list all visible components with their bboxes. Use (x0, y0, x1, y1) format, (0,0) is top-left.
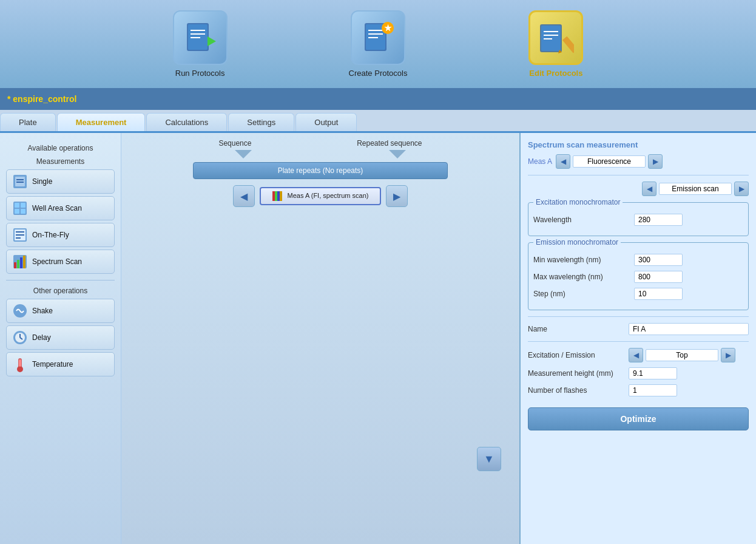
measurement-type-row: Meas A ◀ Fluorescence ▶ (528, 154, 749, 169)
meas-item-label: Meas A (FI, spectrum scan) (288, 192, 369, 199)
excitation-group: Excitation monochromator Wavelength (528, 202, 749, 236)
sidebar: Available operations Measurements Single (0, 133, 121, 544)
on-the-fly-button[interactable]: On-The-Fly (6, 223, 115, 247)
min-wavelength-label: Min wavelength (nm) (533, 256, 630, 264)
spectrum-scan-button[interactable]: Spectrum Scan (6, 250, 115, 274)
edit-protocols-label: Edit Protocols (529, 69, 582, 78)
max-wavelength-row: Max wavelength (nm) (533, 271, 743, 283)
wavelength-row: Wavelength (533, 214, 743, 226)
single-button[interactable]: Single (6, 169, 115, 194)
scan-type-row: ◀ Emission scan ▶ (528, 182, 749, 196)
main-content: Available operations Measurements Single (0, 133, 756, 544)
tab-calculations[interactable]: Calculations (146, 113, 227, 131)
sidebar-divider (6, 280, 115, 280)
delay-icon (12, 329, 29, 346)
scan-type-prev-button[interactable]: ◀ (642, 182, 656, 196)
excitation-emission-selector: ◀ Top ▶ (629, 348, 735, 362)
emission-group: Emission monochromator Min wavelength (n… (528, 242, 749, 310)
svg-rect-27 (15, 209, 19, 214)
delay-button[interactable]: Delay (6, 325, 115, 350)
spectrum-scan-label: Spectrum Scan (32, 257, 82, 266)
optimize-label: Optimize (620, 414, 656, 424)
svg-rect-36 (17, 260, 19, 268)
down-nav-button[interactable]: ▼ (477, 447, 501, 471)
name-input[interactable] (629, 323, 749, 335)
svg-rect-49 (277, 191, 280, 201)
svg-rect-26 (21, 203, 25, 208)
tab-measurement[interactable]: Measurement (57, 113, 146, 131)
other-operations-title: Other operations (6, 287, 115, 295)
wavelength-input[interactable] (634, 214, 683, 226)
meas-height-row: Measurement height (mm) (528, 367, 749, 379)
optimize-button[interactable]: Optimize (528, 407, 749, 430)
well-area-scan-label: Well Area Scan (32, 204, 82, 212)
temperature-label: Temperature (32, 360, 73, 369)
tab-bar: Plate Measurement Calculations Settings … (0, 110, 756, 133)
right-panel: Spectrum scan measurement Meas A ◀ Fluor… (519, 133, 756, 544)
name-row: Name (528, 323, 749, 335)
svg-rect-25 (15, 203, 19, 208)
num-flashes-label: Number of flashes (528, 386, 625, 395)
run-protocols-button[interactable]: Run Protocols (173, 10, 228, 78)
meas-type-prev-button[interactable]: ◀ (556, 154, 570, 169)
step-input[interactable] (634, 288, 683, 300)
excitation-emission-value: Top (646, 349, 718, 361)
shake-button[interactable]: Shake (6, 299, 115, 323)
wavelength-label: Wavelength (533, 216, 630, 224)
tab-plate[interactable]: Plate (0, 113, 56, 131)
app-title: * enspire_control (7, 94, 76, 104)
scan-type-value: Emission scan (659, 183, 732, 195)
name-label: Name (528, 325, 625, 333)
run-protocols-icon (173, 10, 228, 65)
shake-icon (12, 302, 29, 319)
temperature-icon (12, 356, 29, 373)
num-flashes-row: Number of flashes (528, 384, 749, 396)
top-toolbar: Run Protocols ★ Create Protocols (0, 0, 756, 88)
min-wavelength-input[interactable] (634, 254, 683, 266)
emission-group-title: Emission monochromator (533, 238, 621, 246)
seq-prev-button[interactable]: ◀ (233, 185, 255, 207)
well-area-scan-icon (12, 200, 29, 217)
svg-text:★: ★ (384, 23, 392, 33)
on-the-fly-label: On-The-Fly (32, 231, 69, 239)
repeated-sequence-label: Repeated sequence (357, 139, 422, 148)
create-protocols-button[interactable]: ★ Create Protocols (349, 10, 408, 78)
seq-next-button[interactable]: ▶ (386, 185, 408, 207)
scan-type-selector: ◀ Emission scan ▶ (642, 182, 749, 196)
exc-em-prev-button[interactable]: ◀ (629, 348, 643, 362)
sequence-labels: Sequence Repeated sequence (166, 139, 475, 148)
meas-type-next-button[interactable]: ▶ (648, 154, 663, 169)
create-protocols-label: Create Protocols (349, 69, 408, 78)
single-icon (12, 173, 29, 190)
excitation-group-title: Excitation monochromator (533, 198, 623, 206)
max-wavelength-input[interactable] (634, 271, 683, 283)
panel-title: Spectrum scan measurement (528, 140, 749, 149)
delay-label: Delay (32, 333, 51, 342)
tab-output[interactable]: Output (295, 113, 357, 131)
shake-label: Shake (32, 307, 53, 315)
svg-rect-47 (272, 191, 275, 201)
svg-rect-48 (275, 191, 277, 201)
step-label: Step (nm) (533, 290, 630, 298)
temperature-button[interactable]: Temperature (6, 352, 115, 376)
meas-height-input[interactable] (629, 367, 677, 379)
num-flashes-input[interactable] (629, 384, 677, 396)
svg-rect-35 (14, 262, 16, 268)
well-area-scan-button[interactable]: Well Area Scan (6, 196, 115, 220)
sequence-nav: ◀ Meas A (FI, spectrum scan) ▶ (233, 185, 408, 207)
divider-1 (528, 175, 749, 175)
sequence-area: Sequence Repeated sequence Plate repeats… (121, 133, 519, 544)
run-protocols-label: Run Protocols (175, 69, 225, 78)
tab-settings[interactable]: Settings (228, 113, 294, 131)
title-bar: * enspire_control (0, 88, 756, 110)
measurements-title: Measurements (6, 157, 115, 166)
scan-type-next-button[interactable]: ▶ (734, 182, 749, 196)
available-operations-title: Available operations (6, 144, 115, 152)
exc-em-next-button[interactable]: ▶ (721, 348, 735, 362)
create-protocols-icon: ★ (351, 10, 405, 65)
plate-repeats-bar[interactable]: Plate repeats (No repeats) (193, 162, 448, 179)
meas-item[interactable]: Meas A (FI, spectrum scan) (260, 187, 381, 205)
edit-protocols-button[interactable]: Edit Protocols (528, 10, 583, 78)
svg-marker-5 (208, 36, 216, 46)
divider-2 (528, 316, 749, 317)
